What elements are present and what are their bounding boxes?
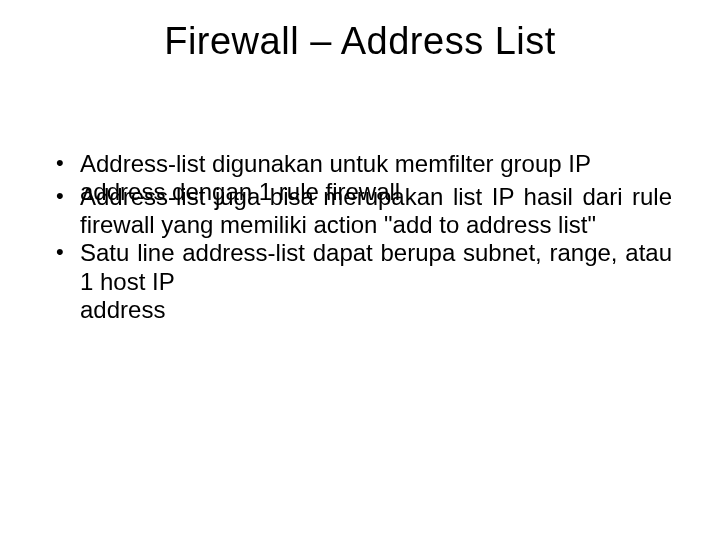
- slide-body: Address-list digunakan untuk memfilter g…: [52, 150, 672, 324]
- bullet-text: address: [80, 296, 165, 324]
- bullet-item-2: Address-list juga bisa merupakan list IP…: [52, 183, 672, 240]
- bullet-item-3: Satu line address-list dapat berupa subn…: [52, 239, 672, 324]
- bullet-text: Address-list juga bisa merupakan list IP…: [80, 183, 672, 238]
- bullet-text: Satu line address-list dapat berupa subn…: [80, 239, 672, 294]
- slide-title: Firewall – Address List: [0, 20, 720, 63]
- slide: Firewall – Address List Address-list dig…: [0, 0, 720, 540]
- bullet-text: Address-list digunakan untuk memfilter g…: [80, 150, 591, 177]
- bullet-list: Address-list digunakan untuk memfilter g…: [52, 150, 672, 324]
